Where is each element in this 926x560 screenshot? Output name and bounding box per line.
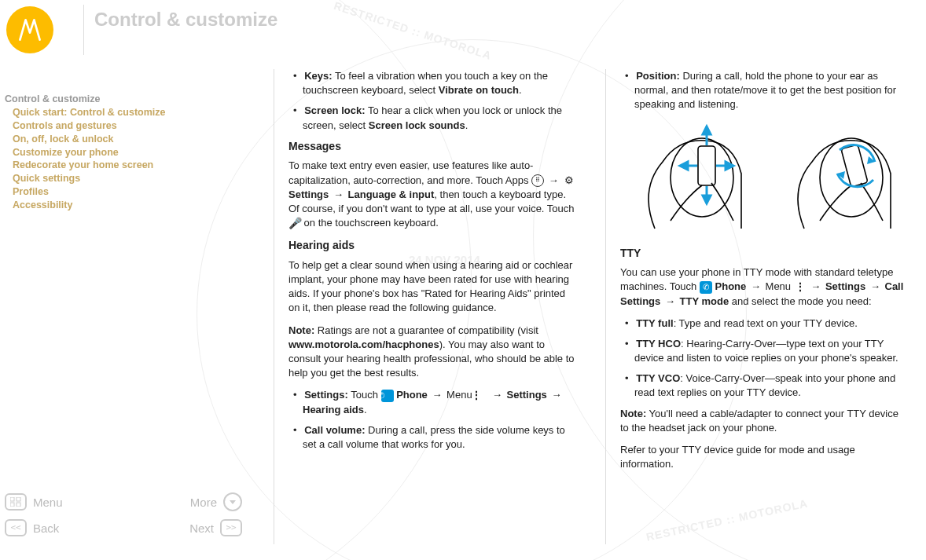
phone-icon: ✆ [381, 390, 394, 402]
svg-marker-4 [230, 500, 236, 504]
bullet-tty-vco: TTY VCO: Voice-Carry-Over—speak into you… [620, 372, 909, 400]
sidebar-item-controls-gestures[interactable]: Controls and gestures [5, 119, 241, 133]
sidebar-item-quick-start[interactable]: Quick start: Control & customize [5, 106, 241, 119]
menu-dots-icon: ⋮ [794, 281, 807, 294]
header-divider [83, 5, 84, 55]
keys-label: Keys: [304, 70, 332, 82]
bullet-settings: Settings: Touch ✆ Phone → Menu ⋮ → Setti… [288, 388, 577, 416]
sidebar-item-customize-phone[interactable]: Customize your phone [5, 146, 241, 159]
more-icon[interactable] [223, 492, 242, 511]
svg-rect-1 [17, 497, 20, 501]
nav-buttons: Menu More << Back Next >> [5, 492, 248, 544]
sidebar-item-on-off-lock[interactable]: On, off, lock & unlock [5, 133, 241, 146]
content-column-2: Position: During a call, hold the phone … [605, 69, 920, 544]
menu-icon[interactable] [5, 493, 27, 511]
next-icon[interactable]: >> [220, 519, 242, 536]
svg-point-15 [820, 138, 883, 217]
svg-rect-16 [840, 145, 867, 187]
apps-icon: ⠿ [531, 174, 544, 187]
svg-rect-3 [17, 503, 20, 507]
bullet-position: Position: During a call, hold the phone … [620, 69, 909, 112]
back-icon[interactable]: << [5, 519, 27, 536]
phone-icon: ✆ [700, 281, 712, 294]
svg-rect-6 [698, 146, 715, 185]
svg-marker-8 [703, 126, 711, 134]
bullet-tty-full: TTY full: Type and read text on your TTY… [620, 317, 909, 331]
svg-rect-2 [10, 503, 14, 507]
sidebar-item-redecorate[interactable]: Redecorate your home screen [5, 159, 241, 172]
sidebar-item-quick-settings[interactable]: Quick settings [5, 172, 241, 185]
mic-icon: 🎤 [288, 218, 301, 230]
sidebar-item-accessibility[interactable]: Accessibility [5, 199, 241, 212]
note-paragraph: Note: Ratings are not a guarantee of com… [288, 324, 577, 381]
more-button[interactable]: More [190, 494, 217, 511]
tty-paragraph: You can use your phone in TTY mode with … [620, 265, 909, 309]
sidebar: Control & customize Quick start: Control… [5, 93, 241, 212]
page-title: Control & customize [94, 6, 277, 33]
position-illustration [623, 119, 906, 236]
next-button[interactable]: Next [189, 520, 214, 536]
svg-marker-10 [703, 196, 711, 203]
menu-button[interactable]: Menu [33, 494, 63, 511]
heading-hearing-aids: Hearing aids [288, 238, 577, 254]
logo [6, 6, 53, 53]
menu-dots-icon: ⋮ [475, 390, 487, 402]
bullet-call-volume: Call volume: During a call, press the si… [288, 423, 577, 452]
messages-paragraph: To make text entry even easier, use feat… [288, 159, 577, 230]
svg-rect-0 [10, 497, 14, 501]
gear-icon: ⚙ [563, 174, 575, 187]
sidebar-item-control-customize[interactable]: Control & customize [5, 93, 241, 106]
bullet-keys: Keys: To feel a vibration when you touch… [288, 69, 577, 97]
back-button[interactable]: Back [33, 520, 59, 536]
bullet-screen-lock: Screen lock: To hear a click when you lo… [288, 104, 577, 132]
hearing-paragraph: To help get a clear sound when using a h… [288, 258, 577, 316]
heading-messages: Messages [288, 139, 577, 155]
tty-refer: Refer to your TTY device guide for mode … [620, 443, 909, 471]
svg-marker-12 [680, 162, 688, 170]
heading-tty: TTY [620, 246, 909, 262]
content-column-1: Keys: To feel a vibration when you touch… [274, 69, 588, 544]
tty-note: Note: You'll need a cable/adapter to con… [620, 407, 909, 435]
sidebar-item-profiles[interactable]: Profiles [5, 185, 241, 199]
bullet-tty-hco: TTY HCO: Hearing-Carry-Over—type text on… [620, 337, 909, 365]
svg-point-5 [671, 138, 733, 217]
